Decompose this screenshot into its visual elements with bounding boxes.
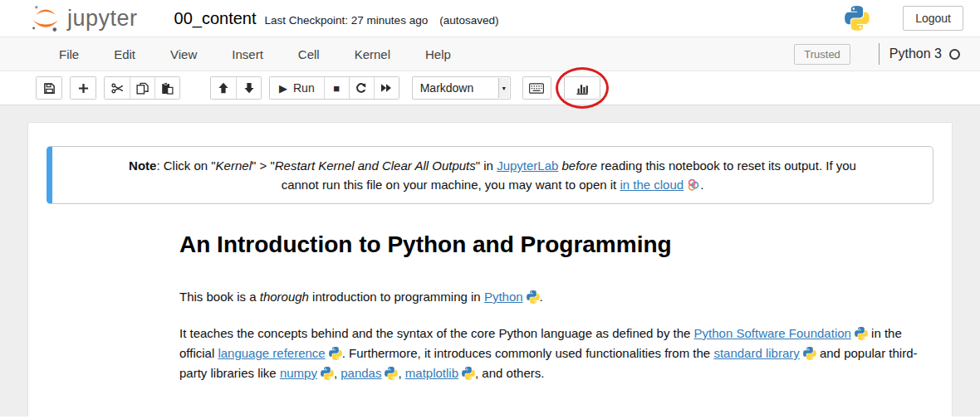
link-pandas[interactable]: pandas <box>341 366 381 380</box>
copy-icon <box>136 82 149 95</box>
menu-view[interactable]: View <box>153 47 214 61</box>
link-python[interactable]: Python <box>484 290 523 304</box>
add-cell-button[interactable] <box>71 77 96 99</box>
keyboard-icon <box>529 83 544 94</box>
stop-button[interactable]: ■ <box>324 77 349 99</box>
python-icon <box>803 347 816 360</box>
menu-insert[interactable]: Insert <box>214 47 281 61</box>
header: jupyter 00_content Last Checkpoint: 27 m… <box>0 0 980 37</box>
python-icon <box>321 367 334 380</box>
markdown-cell: An Introduction to Python and Programmin… <box>179 231 932 383</box>
fast-forward-icon <box>380 83 392 93</box>
note-label: Note <box>129 158 156 173</box>
link-matplotlib[interactable]: matplotlib <box>405 366 458 380</box>
restart-kernel-button[interactable] <box>349 77 374 99</box>
intro-paragraph: This book is a thorough introduction to … <box>179 287 932 307</box>
menu-file[interactable]: File <box>42 47 96 61</box>
run-button[interactable]: ▶ Run <box>270 77 324 99</box>
checkpoint-status: Last Checkpoint: 27 minutes ago <box>265 14 429 27</box>
toolbar: ▶ Run ■ Markdown <box>0 71 980 105</box>
add-cell-icon <box>78 83 89 94</box>
notebook-heading: An Introduction to Python and Programmin… <box>179 231 932 259</box>
link-standard-library[interactable]: standard library <box>713 346 799 360</box>
python-icon <box>462 367 475 380</box>
link-numpy[interactable]: numpy <box>280 366 317 380</box>
menu-kernel[interactable]: Kernel <box>337 47 408 61</box>
kernel-name: Python 3 <box>889 46 942 61</box>
stop-icon: ■ <box>333 82 340 95</box>
run-label: Run <box>293 81 315 95</box>
select-dropdown-arrow-icon: ▼ <box>498 78 509 98</box>
save-icon <box>43 82 56 95</box>
details-paragraph: It teaches the concepts behind and the s… <box>179 324 932 383</box>
jupyter-logo-text: jupyter <box>67 6 138 32</box>
move-up-button[interactable] <box>211 77 236 99</box>
move-up-icon <box>218 82 229 94</box>
cut-button[interactable] <box>105 77 130 99</box>
link-in-the-cloud[interactable]: in the cloud <box>620 178 684 192</box>
python-icon <box>329 347 342 360</box>
notebook-container: Note: Click on "Kernel" > "Restart Kerne… <box>27 122 953 417</box>
restart-icon <box>355 82 367 94</box>
jupyter-logo-icon <box>29 2 62 35</box>
python-icon <box>527 290 540 304</box>
cell-type-select[interactable]: Markdown ▼ <box>412 76 511 100</box>
jupyter-notebook-app: jupyter 00_content Last Checkpoint: 27 m… <box>0 0 980 419</box>
link-python-software-foundation[interactable]: Python Software Foundation <box>694 326 851 340</box>
kernel-idle-indicator-icon <box>949 49 960 60</box>
copy-button[interactable] <box>130 77 154 99</box>
notebook-filename[interactable]: 00_content <box>174 9 257 28</box>
logout-button[interactable]: Logout <box>903 6 963 31</box>
cut-icon <box>111 82 124 95</box>
run-icon: ▶ <box>279 82 287 95</box>
bar-chart-icon <box>576 82 589 95</box>
command-palette-button[interactable] <box>523 77 551 99</box>
paste-icon <box>161 82 174 95</box>
note-callout: Note: Click on "Kernel" > "Restart Kerne… <box>47 146 933 204</box>
cell-type-value: Markdown <box>420 81 474 95</box>
move-down-button[interactable] <box>236 77 261 99</box>
notebook-area: Note: Click on "Kernel" > "Restart Kerne… <box>0 105 980 417</box>
python-icon <box>385 367 398 380</box>
link-jupyterlab[interactable]: JupyterLab <box>497 158 558 173</box>
trusted-button[interactable]: Trusted <box>794 44 850 65</box>
fast-forward-button[interactable] <box>374 77 399 99</box>
autosave-status: (autosaved) <box>439 14 498 27</box>
menu: File Edit View Insert Cell Kernel Help <box>42 47 468 61</box>
paste-button[interactable] <box>154 77 179 99</box>
title-area: 00_content Last Checkpoint: 27 minutes a… <box>174 9 499 28</box>
link-language-reference[interactable]: language reference <box>218 346 325 360</box>
menu-help[interactable]: Help <box>408 47 468 61</box>
python-kernel-logo-icon <box>845 6 870 31</box>
chart-button-area <box>564 76 600 100</box>
save-button[interactable] <box>37 77 61 99</box>
move-down-icon <box>243 82 255 94</box>
python-icon <box>855 327 868 340</box>
kernel-divider <box>879 43 880 65</box>
menu-edit[interactable]: Edit <box>96 47 153 61</box>
chart-button[interactable] <box>565 77 600 99</box>
binder-icon <box>687 178 700 192</box>
jupyter-logo[interactable]: jupyter <box>29 2 138 35</box>
menu-cell[interactable]: Cell <box>281 47 337 61</box>
menubar: File Edit View Insert Cell Kernel Help T… <box>0 37 980 71</box>
